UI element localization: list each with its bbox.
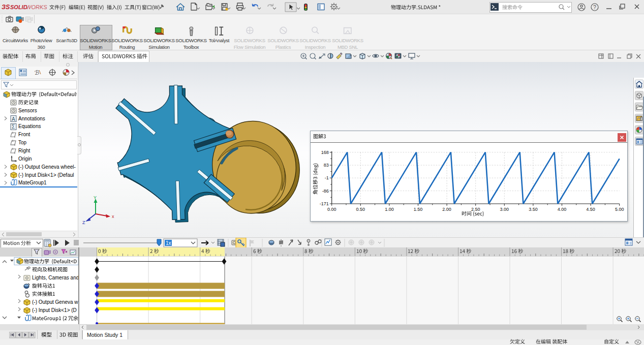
svg-text:3.50: 3.50: [529, 207, 538, 212]
svg-text:168: 168: [321, 150, 329, 155]
svg-text:-1: -1: [325, 175, 329, 180]
svg-text:(-) Input Disk<1> (D: (-) Input Disk<1> (D: [32, 307, 77, 313]
svg-text:Origin: Origin: [18, 156, 32, 162]
svg-text:3.00: 3.00: [500, 207, 509, 212]
svg-text:(-) Input Disk<1> (Defaul: (-) Input Disk<1> (Defaul: [18, 172, 74, 178]
svg-text:Z: Z: [82, 220, 85, 225]
svg-text:-86: -86: [322, 189, 329, 194]
svg-text:Front: Front: [18, 132, 30, 137]
svg-text:Right: Right: [18, 148, 30, 153]
svg-text:(-) Output Geneva w: (-) Output Geneva w: [32, 299, 78, 305]
svg-text:(-) Output Geneva wheel-: (-) Output Geneva wheel-: [18, 164, 76, 170]
svg-text:ЗS: ЗS: [2, 4, 10, 11]
svg-text:x: x: [112, 214, 114, 219]
svg-text:83: 83: [324, 163, 329, 168]
svg-text:0.00: 0.00: [327, 207, 336, 212]
svg-text:1x: 1x: [166, 240, 171, 246]
svg-text:Lights, Cameras and: Lights, Cameras and: [32, 275, 79, 280]
svg-text:2.00: 2.00: [442, 207, 451, 212]
svg-text:1.00: 1.00: [385, 207, 394, 212]
svg-text:0.50: 0.50: [356, 207, 365, 212]
svg-text:4.00: 4.00: [558, 207, 567, 212]
svg-text:Y: Y: [94, 196, 97, 200]
svg-text:-171: -171: [320, 201, 329, 206]
svg-text:Annotations: Annotations: [18, 116, 45, 121]
svg-text:ℬ: ℬ: [35, 69, 39, 76]
svg-text:Σ: Σ: [12, 124, 15, 130]
svg-text:?: ?: [593, 4, 596, 10]
svg-text:Top: Top: [18, 140, 27, 145]
svg-text:5.00: 5.00: [615, 207, 624, 212]
svg-text:4.50: 4.50: [586, 207, 595, 212]
svg-text:Sensors: Sensors: [18, 108, 37, 113]
svg-text:Equations: Equations: [18, 123, 41, 129]
svg-text:1.50: 1.50: [414, 207, 423, 212]
svg-text:MateGroup1: MateGroup1: [18, 180, 47, 185]
svg-text:WORKS: WORKS: [26, 4, 47, 10]
svg-text:A: A: [12, 116, 15, 122]
svg-text:SOLID: SOLID: [10, 4, 27, 10]
